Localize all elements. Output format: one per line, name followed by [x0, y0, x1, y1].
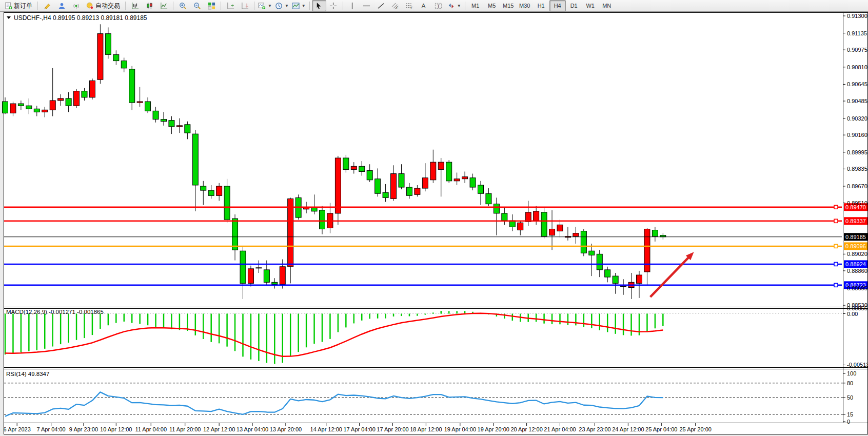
indicators-button[interactable]: ▼	[257, 0, 273, 11]
svg-text:0.89337: 0.89337	[845, 218, 866, 224]
svg-text:100: 100	[847, 370, 856, 376]
tile-windows-button[interactable]	[204, 0, 219, 11]
crayon-icon	[44, 2, 51, 10]
line-handle	[834, 244, 838, 248]
new-order-label: 新订单	[14, 2, 32, 10]
auto-scroll-button[interactable]	[238, 0, 252, 11]
chart-shift-button[interactable]	[223, 0, 238, 11]
candle	[224, 186, 230, 220]
text-tool-button[interactable]: A	[417, 0, 431, 11]
timeframe-mn[interactable]: MN	[599, 0, 615, 11]
svg-text:12 Apr 12:00: 12 Apr 12:00	[203, 426, 235, 432]
svg-text:0.00: 0.00	[847, 311, 858, 317]
svg-text:25 Apr 04:00: 25 Apr 04:00	[645, 426, 677, 432]
candle	[438, 162, 444, 169]
bar-chart-mode-button[interactable]	[128, 0, 142, 11]
auto-trading-icon	[86, 2, 94, 10]
vertical-line-tool-button[interactable]	[345, 0, 360, 11]
new-order-icon	[5, 2, 12, 10]
candle	[201, 186, 206, 190]
svg-text:13 Apr 20:00: 13 Apr 20:00	[270, 426, 302, 432]
timeframe-h4[interactable]: H4	[549, 0, 566, 11]
candle	[58, 98, 64, 101]
line-chart-mode-button[interactable]	[156, 0, 171, 11]
horizontal-line-tool-button[interactable]	[360, 0, 374, 11]
zoom-out-icon	[193, 2, 201, 10]
candle	[557, 225, 563, 231]
candle	[82, 91, 87, 97]
candle	[240, 251, 246, 283]
candlestick-icon	[146, 2, 153, 10]
zoom-out-button[interactable]	[190, 0, 204, 11]
candle	[343, 158, 349, 169]
candle	[406, 187, 412, 195]
candle	[288, 199, 293, 266]
cursor-tool-button[interactable]	[312, 0, 326, 11]
editor-person-icon	[58, 2, 66, 10]
fibonacci-icon: F	[406, 2, 413, 10]
candle	[185, 125, 190, 133]
equidistant-channel-tool-button[interactable]: E	[388, 0, 403, 11]
candle	[549, 229, 555, 235]
timeframe-m30[interactable]: M30	[517, 0, 533, 11]
macd-readout: MACD(12,26,9) -0.001271 -0.001865	[6, 309, 104, 315]
candle	[145, 102, 151, 111]
svg-text:0.88924: 0.88924	[845, 261, 866, 267]
crosshair-icon	[329, 2, 337, 10]
candle	[216, 186, 222, 195]
candle	[161, 120, 167, 122]
timeframe-d1[interactable]: D1	[566, 0, 582, 11]
auto-trading-button[interactable]: 自动交易	[83, 0, 123, 11]
svg-text:21 Apr 04:00: 21 Apr 04:00	[544, 426, 576, 432]
text-label-tool-button[interactable]: T	[431, 0, 446, 11]
candle	[486, 193, 491, 204]
candle	[74, 91, 80, 106]
timeframe-m1[interactable]: M1	[467, 0, 484, 11]
svg-text:11 Apr 04:00: 11 Apr 04:00	[135, 426, 167, 432]
crosshair-tool-button[interactable]	[326, 0, 341, 11]
channel-icon: E	[391, 2, 399, 10]
templates-button[interactable]: ▼	[290, 0, 307, 11]
timeframe-h1[interactable]: H1	[533, 0, 549, 11]
candle	[105, 34, 111, 55]
chevron-down-icon: ▼	[457, 4, 461, 8]
svg-text:0.89995: 0.89995	[847, 149, 867, 155]
svg-text:23 Apr 23:00: 23 Apr 23:00	[579, 426, 610, 432]
periods-button[interactable]: ▼	[273, 0, 290, 11]
metaeditor-button[interactable]	[54, 0, 69, 11]
candle-chart-mode-button[interactable]	[142, 0, 156, 11]
candle	[3, 102, 8, 113]
candle	[335, 158, 341, 213]
styler-button[interactable]	[40, 0, 54, 11]
candle	[470, 178, 476, 187]
toolbar-separator	[125, 2, 126, 10]
line-handle	[834, 283, 838, 287]
candle	[541, 212, 547, 236]
candle	[351, 166, 357, 169]
svg-text:0.90975: 0.90975	[847, 47, 867, 53]
timeframe-w1[interactable]: W1	[582, 0, 599, 11]
svg-text:0: 0	[847, 419, 850, 425]
cursor-icon	[315, 2, 323, 10]
chart-window[interactable]: 0.894700.893370.891850.890960.889240.887…	[0, 12, 868, 436]
svg-text:0.89670: 0.89670	[847, 183, 867, 189]
timeframe-m15[interactable]: M15	[500, 0, 517, 11]
candle	[121, 61, 127, 68]
chevron-down-icon: ▼	[302, 4, 306, 8]
new-order-button[interactable]: 新订单	[2, 0, 35, 11]
arrows-tool-button[interactable]: ▼	[446, 0, 463, 11]
signals-button[interactable]	[69, 0, 83, 11]
auto-scroll-icon	[241, 2, 249, 10]
timeframe-m5[interactable]: M5	[484, 0, 500, 11]
candle	[26, 106, 32, 109]
line-handle	[834, 205, 838, 209]
trendline-tool-button[interactable]	[374, 0, 388, 11]
candle	[534, 211, 539, 221]
svg-text:0.89510: 0.89510	[847, 200, 867, 206]
candle	[573, 233, 579, 236]
svg-text:9 Apr 23:00: 9 Apr 23:00	[69, 426, 98, 432]
fibonacci-tool-button[interactable]: F	[403, 0, 417, 11]
zoom-in-button[interactable]	[175, 0, 190, 11]
auto-trading-label: 自动交易	[95, 2, 120, 10]
svg-text:17 Apr 04:00: 17 Apr 04:00	[343, 426, 375, 432]
